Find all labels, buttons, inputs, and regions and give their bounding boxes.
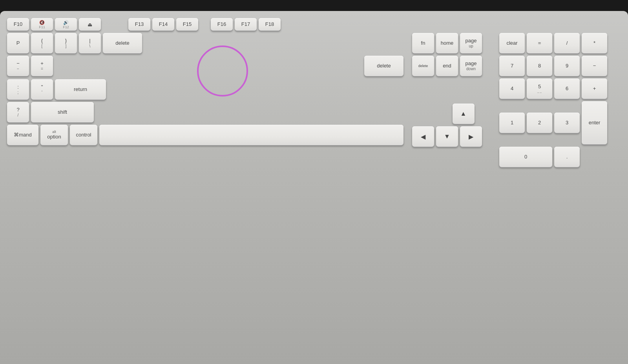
key-arrow-down[interactable]: ▼: [436, 126, 458, 147]
key-f18[interactable]: F18: [259, 18, 281, 31]
key-f13[interactable]: F13: [128, 18, 150, 31]
key-np-divide[interactable]: /: [554, 33, 580, 53]
key-np-enter[interactable]: enter: [582, 101, 607, 144]
key-f14[interactable]: F14: [152, 18, 174, 31]
key-delete2[interactable]: delete: [364, 56, 403, 76]
key-f17[interactable]: F17: [235, 18, 257, 31]
key-minus-top[interactable]: − −: [7, 56, 29, 76]
nav-cluster: fn home page up delete end pa: [412, 33, 491, 167]
key-page-up[interactable]: page up: [460, 33, 482, 53]
key-page-down[interactable]: page down: [460, 56, 482, 76]
key-return[interactable]: return: [55, 79, 106, 100]
arrow-row-bottom: ◀ ▼ ▶: [412, 126, 491, 147]
row-qwerty: : ; " ' return: [7, 79, 403, 100]
arrow-row-up: ▲: [412, 104, 491, 124]
key-command-left[interactable]: ⌘mand: [7, 125, 38, 145]
key-f12[interactable]: 🔊 F12: [55, 18, 77, 31]
numpad-row4: 0 .: [499, 147, 621, 167]
key-fn[interactable]: fn: [412, 33, 434, 53]
key-end[interactable]: end: [436, 56, 458, 76]
key-close-brace[interactable]: } ]: [55, 33, 77, 53]
key-np-dot[interactable]: .: [554, 147, 580, 167]
row-bottom1: ? / shift: [7, 102, 403, 122]
row-modifiers: ⌘mand alt option control: [7, 125, 403, 145]
key-np-6[interactable]: 6: [554, 78, 580, 99]
key-f10[interactable]: F10: [7, 18, 29, 31]
key-space[interactable]: [99, 125, 403, 145]
key-np-9[interactable]: 9: [554, 56, 580, 76]
numpad-row2: 4 5 _ _ 6 +: [499, 78, 621, 99]
row-minus: − − + = delete: [7, 56, 403, 76]
nav-row-mid: delete end page down: [412, 56, 491, 76]
numpad-row0: clear = / *: [499, 33, 621, 53]
fn-row: F10 🔇 F11 🔊 F12 ⏏ F13 F14 F15 F16 F17: [7, 18, 621, 31]
key-f15[interactable]: F15: [176, 18, 198, 31]
key-np-5[interactable]: 5 _ _: [527, 78, 552, 99]
key-arrow-up[interactable]: ▲: [453, 104, 475, 124]
key-np-4[interactable]: 4: [499, 78, 525, 99]
keyboard-section: P { [ } ] | \ delete: [7, 33, 621, 167]
key-np-7[interactable]: 7: [499, 56, 525, 76]
key-delete[interactable]: delete: [103, 33, 142, 53]
key-arrow-right[interactable]: ▶: [460, 126, 482, 147]
key-f11[interactable]: 🔇 F11: [31, 18, 53, 31]
key-plus[interactable]: + =: [31, 56, 53, 76]
key-colon[interactable]: : ;: [7, 79, 29, 100]
key-home[interactable]: home: [436, 33, 458, 53]
key-np-2[interactable]: 2: [527, 113, 552, 133]
key-np-plus[interactable]: +: [582, 78, 607, 99]
key-np-equals[interactable]: =: [527, 33, 552, 53]
row-numbers: P { [ } ] | \ delete: [7, 33, 403, 53]
key-question[interactable]: ? /: [7, 102, 29, 122]
numpad-row1: 7 8 9 −: [499, 56, 621, 76]
key-np-0[interactable]: 0: [499, 147, 552, 167]
key-control[interactable]: control: [70, 125, 97, 145]
key-open-brace[interactable]: { [: [31, 33, 53, 53]
numpad-row3: 1 2 3 enter: [499, 101, 621, 144]
key-pipe[interactable]: | \: [79, 33, 101, 53]
key-np-8[interactable]: 8: [527, 56, 552, 76]
key-arrow-left[interactable]: ◀: [412, 126, 434, 147]
key-np-multiply[interactable]: *: [582, 33, 607, 53]
key-np-minus[interactable]: −: [582, 56, 607, 76]
key-quote[interactable]: " ': [31, 79, 53, 100]
key-p[interactable]: P: [7, 33, 29, 53]
key-alt-option[interactable]: alt option: [40, 125, 68, 145]
numpad-section: clear = / * 7 8: [499, 33, 621, 167]
key-clear[interactable]: clear: [499, 33, 525, 53]
key-np-1[interactable]: 1: [499, 113, 525, 133]
nav-row-top: fn home page up: [412, 33, 491, 53]
keyboard: F10 🔇 F11 🔊 F12 ⏏ F13 F14 F15 F16 F17: [0, 11, 628, 364]
key-f16[interactable]: F16: [211, 18, 233, 31]
key-eject[interactable]: ⏏: [79, 18, 101, 31]
main-section: P { [ } ] | \ delete: [7, 33, 403, 167]
key-np-3[interactable]: 3: [554, 113, 580, 133]
key-fwd-delete[interactable]: delete: [412, 56, 434, 76]
key-shift-right[interactable]: shift: [31, 102, 94, 122]
